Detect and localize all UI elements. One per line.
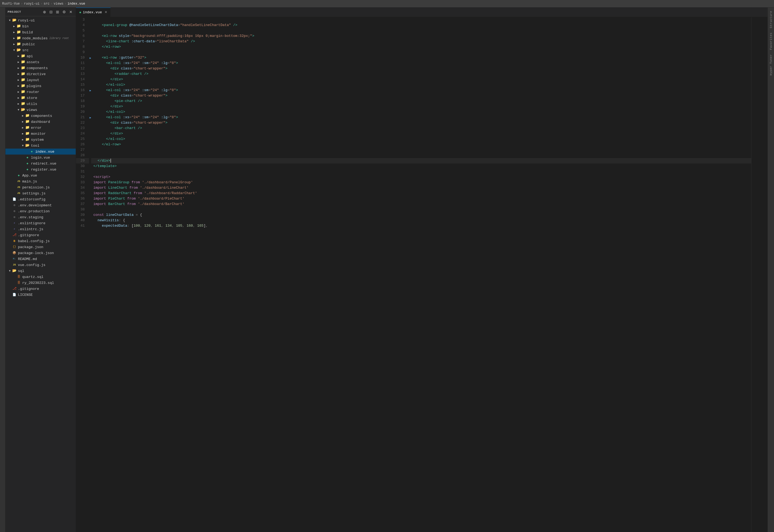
tree-item--editorconfig[interactable]: 📄.editorconfig bbox=[5, 196, 76, 202]
tree-item-App-vue[interactable]: ◆App.vue bbox=[5, 172, 76, 178]
tree-item-dashboard[interactable]: 📁dashboard bbox=[5, 119, 76, 125]
tab-close-button[interactable]: × bbox=[104, 10, 107, 15]
line-content[interactable]: </div> bbox=[91, 104, 751, 109]
tree-item-ry-20230223-sql[interactable]: 🗄ry_20230223.sql bbox=[5, 280, 76, 286]
tree-item-tool[interactable]: 📂tool bbox=[5, 143, 76, 149]
line-content[interactable]: const lineChartData = { bbox=[91, 212, 751, 218]
settings-button[interactable]: ⚙ bbox=[61, 9, 67, 14]
tree-item-quartz-sql[interactable]: 🗄quartz.sql bbox=[5, 274, 76, 280]
line-content[interactable]: import PieChart from './dashboard/PieCha… bbox=[91, 196, 751, 201]
minimap[interactable] bbox=[751, 17, 767, 532]
tree-item-views[interactable]: 📂views bbox=[5, 107, 76, 113]
tree-item-settings-js[interactable]: JSsettings.js bbox=[5, 190, 76, 196]
line-content[interactable]: <el-col :xs="24" :sm="24" :lg="8"> bbox=[91, 115, 751, 120]
expand-all-button[interactable]: ⊞ bbox=[55, 9, 60, 14]
line-content[interactable]: <panel-group @handleSetLineChartData="ha… bbox=[91, 23, 751, 28]
tree-item-store[interactable]: 📁store bbox=[5, 95, 76, 101]
line-content[interactable]: </div> bbox=[91, 77, 751, 82]
line-content[interactable]: newVisitis: { bbox=[91, 218, 751, 223]
panel-favorites[interactable]: Favorites bbox=[769, 31, 773, 51]
close-sidebar-button[interactable]: ✕ bbox=[68, 9, 73, 14]
line-content[interactable]: import LineChart from './dashboard/LineC… bbox=[91, 185, 751, 191]
tree-item-sql[interactable]: 📂sql bbox=[5, 268, 76, 274]
tree-item-index-vue[interactable]: ◆index.vue bbox=[5, 149, 76, 155]
line-content[interactable]: <div class="chart-wrapper"> bbox=[91, 93, 751, 98]
line-content[interactable] bbox=[91, 207, 751, 212]
line-content[interactable]: </el-col> bbox=[91, 82, 751, 88]
tree-item-package-json[interactable]: {}package.json bbox=[5, 244, 76, 250]
line-content[interactable]: expectedData: [100, 120, 161, 134, 105, … bbox=[91, 223, 751, 229]
tree-item-bin[interactable]: 📁bin bbox=[5, 23, 76, 29]
tree-item--gitignore[interactable]: ⎇.gitignore bbox=[5, 232, 76, 238]
new-file-button[interactable]: ⊕ bbox=[42, 9, 47, 14]
fold-arrow[interactable]: ▶ bbox=[89, 115, 91, 121]
line-content[interactable]: </el-row> bbox=[91, 142, 751, 147]
tree-item-components[interactable]: 📁components bbox=[5, 65, 76, 71]
line-content[interactable]: import RaddarChart from './dashboard/Rad… bbox=[91, 191, 751, 196]
line-content[interactable]: import BarChart from './dashboard/BarCha… bbox=[91, 201, 751, 207]
tree-item-system[interactable]: 📁system bbox=[5, 137, 76, 143]
tree-item-babel-config-js[interactable]: Bbabel.config.js bbox=[5, 238, 76, 244]
line-content[interactable] bbox=[91, 169, 751, 174]
tree-item-assets[interactable]: 📁assets bbox=[5, 59, 76, 65]
line-content[interactable]: <pie-chart /> bbox=[91, 98, 751, 104]
line-content[interactable]: <raddar-chart /> bbox=[91, 71, 751, 77]
tree-item-components[interactable]: 📁components bbox=[5, 113, 76, 119]
tree-item-node-modules[interactable]: 📁node_moduleslibrary root bbox=[5, 35, 76, 41]
tree-item-monitor[interactable]: 📁monitor bbox=[5, 131, 76, 137]
line-content[interactable] bbox=[91, 17, 751, 23]
line-content[interactable] bbox=[91, 147, 751, 153]
panel-hyper-tuner[interactable]: Hyper Tuner bbox=[769, 53, 773, 76]
tree-item-api[interactable]: 📁api bbox=[5, 53, 76, 59]
line-content[interactable] bbox=[91, 153, 751, 158]
line-content[interactable]: <el-row :gutter="32"> bbox=[91, 55, 751, 60]
line-content[interactable]: <line-chart :chart-data="lineChartData" … bbox=[91, 39, 751, 44]
tree-item-build[interactable]: 📁build bbox=[5, 29, 76, 35]
line-content[interactable]: <bar-chart /> bbox=[91, 126, 751, 131]
tree-item-package-lock-json[interactable]: 📦package-lock.json bbox=[5, 250, 76, 256]
tree-item-vue-config-js[interactable]: JSvue.config.js bbox=[5, 262, 76, 268]
tree-item-permission-js[interactable]: JSpermission.js bbox=[5, 184, 76, 190]
tree-item--gitignore[interactable]: ⎇.gitignore bbox=[5, 286, 76, 292]
tree-item-login-vue[interactable]: ◆login.vue bbox=[5, 155, 76, 161]
line-content[interactable]: </el-col> bbox=[91, 136, 751, 142]
fold-arrow[interactable]: ▶ bbox=[89, 88, 91, 94]
line-content[interactable]: </div> bbox=[91, 158, 751, 164]
line-content[interactable]: <script> bbox=[91, 174, 751, 180]
line-content[interactable]: <el-col :xs="24" :sm="24" :lg="8"> bbox=[91, 60, 751, 66]
collapse-all-button[interactable]: ⊟ bbox=[48, 9, 54, 14]
tree-item-directive[interactable]: 📁directive bbox=[5, 71, 76, 77]
tree-item--eslintignore[interactable]: ⚡.eslintignore bbox=[5, 220, 76, 226]
line-content[interactable]: <el-col :xs="24" :sm="24" :lg="8"> bbox=[91, 88, 751, 93]
tree-item--env-development[interactable]: ⚙.env.development bbox=[5, 202, 76, 208]
tree-item--env-staging[interactable]: ⚙.env.staging bbox=[5, 214, 76, 220]
tree-item-layout[interactable]: 📁layout bbox=[5, 77, 76, 83]
tree-item-redirect-vue[interactable]: ◆redirect.vue bbox=[5, 161, 76, 166]
line-content[interactable]: </div> bbox=[91, 131, 751, 136]
tree-item-public[interactable]: 📁public bbox=[5, 41, 76, 47]
line-content[interactable]: <div class="chart-wrapper"> bbox=[91, 120, 751, 126]
tree-item-main-js[interactable]: JSmain.js bbox=[5, 178, 76, 184]
tree-item-error[interactable]: 📁error bbox=[5, 125, 76, 131]
line-content[interactable]: </el-col> bbox=[91, 109, 751, 115]
line-content[interactable] bbox=[91, 28, 751, 33]
line-content[interactable]: </el-row> bbox=[91, 44, 751, 50]
tree-item-router[interactable]: 📁router bbox=[5, 89, 76, 95]
line-content[interactable]: <el-row style="background:#fff;padding:1… bbox=[91, 33, 751, 39]
tree-item-LICENSE[interactable]: 📄LICENSE bbox=[5, 292, 76, 298]
line-content[interactable]: </template> bbox=[91, 164, 751, 169]
tree-item--eslintrc-js[interactable]: ⚡.eslintrc.js bbox=[5, 226, 76, 232]
fold-arrow[interactable]: ▶ bbox=[89, 56, 91, 61]
line-content[interactable]: <div class="chart-wrapper"> bbox=[91, 66, 751, 71]
tree-item-plugins[interactable]: 📁plugins bbox=[5, 83, 76, 89]
line-content[interactable] bbox=[91, 50, 751, 55]
code-editor[interactable]: 3 4 <panel-group @handleSetLineChartData… bbox=[76, 17, 751, 532]
tree-item--env-production[interactable]: ⚙.env.production bbox=[5, 208, 76, 214]
tree-item-README-md[interactable]: M↓README.md bbox=[5, 256, 76, 262]
tree-item-src[interactable]: 📂src bbox=[5, 47, 76, 53]
tree-item-utils[interactable]: 📁utils bbox=[5, 101, 76, 107]
line-content[interactable]: import PanelGroup from './dashboard/Pane… bbox=[91, 180, 751, 185]
tab-index-vue[interactable]: ◆ index.vue × bbox=[76, 8, 111, 17]
tree-item-ruoyi-ui[interactable]: 📂ruoyi-ui bbox=[5, 17, 76, 23]
tree-item-register-vue[interactable]: ◆register.vue bbox=[5, 166, 76, 172]
